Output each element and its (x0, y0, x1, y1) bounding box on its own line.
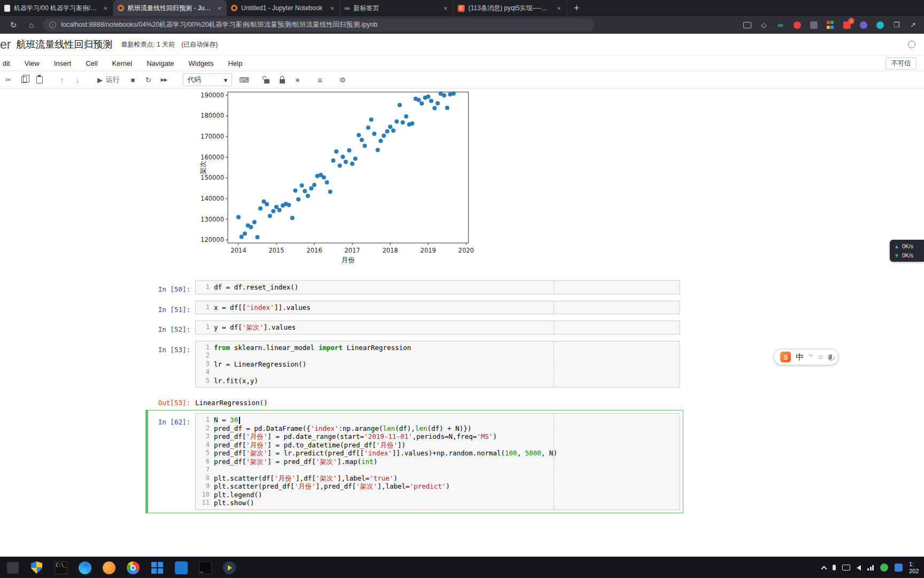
tab-close-icon[interactable]: × (329, 4, 335, 12)
tray-app-icon[interactable] (895, 564, 903, 572)
move-cell-up-icon[interactable]: ↑ (55, 73, 68, 87)
code-cell[interactable]: In [51]:1x = df[['index']].values (145, 298, 683, 318)
menu-item[interactable]: Kernel (112, 59, 133, 67)
restart-kernel-icon[interactable]: ↻ (142, 73, 155, 87)
terminal-icon[interactable]: _ (198, 560, 212, 575)
code-cell[interactable]: In [53]:12345from sklearn.linear_model i… (145, 338, 683, 391)
tray-network-icon[interactable] (867, 565, 874, 571)
trust-button[interactable]: 不可信 (886, 57, 917, 70)
asterisk-icon[interactable]: ∗ (291, 73, 304, 87)
cell-type-dropdown[interactable]: 代码▾ (183, 73, 232, 86)
orange-app-icon[interactable] (102, 560, 116, 575)
data-point (271, 209, 275, 214)
tab-close-icon[interactable]: × (102, 4, 109, 12)
code-editor[interactable]: 12345from sklearn.linear_model import Li… (195, 341, 680, 388)
tab-close-icon[interactable]: × (216, 4, 222, 12)
tab-close-icon[interactable]: × (442, 4, 449, 12)
output-cell[interactable]: Out[53]:LinearRegression() (145, 391, 683, 410)
run-button[interactable]: ▶运行 (93, 73, 124, 87)
data-point (366, 125, 371, 130)
code-cell[interactable]: In [52]:1y = df['架次'].values (145, 317, 683, 338)
lock-open-icon[interactable] (260, 73, 273, 87)
menu-item[interactable]: Widgets (189, 59, 214, 67)
collections-icon[interactable]: ❐ (892, 20, 901, 29)
defender-shield-icon[interactable] (29, 560, 44, 575)
browser-tab[interactable]: 机器学习/00 机器学习案例/航班× (0, 0, 113, 16)
code-lines[interactable]: y = df['架次'].values (214, 323, 680, 332)
infinity-extension-icon[interactable]: ∞ (776, 20, 785, 29)
restart-run-all-icon[interactable]: ▶▶ (157, 73, 171, 87)
edge-browser-icon[interactable] (78, 560, 92, 575)
share-icon[interactable]: ↗ (908, 20, 918, 29)
notebook-title[interactable]: 航班流量线性回归预测 (16, 38, 112, 51)
move-cell-down-icon[interactable]: ↓ (71, 73, 84, 87)
code-cell[interactable]: In [62]:1234567891011N = 30pred_df = pd.… (145, 410, 683, 513)
address-bar[interactable]: i localhost:8888/notebooks/04%20机器学习/00%… (43, 18, 595, 32)
vscode-icon[interactable] (174, 560, 188, 575)
potplayer-icon[interactable] (222, 560, 236, 575)
pinned-app-icon[interactable] (5, 560, 20, 575)
new-tab-button[interactable]: + (567, 0, 587, 16)
bookmark-tag-icon[interactable]: ◇ (759, 20, 768, 29)
code-cell[interactable]: In [50]:1df = df.reset_index() (145, 277, 683, 298)
ime-emoji-icon[interactable]: ☺ (818, 353, 824, 361)
browser-tab[interactable]: Untitled1 - Jupyter Notebook× (227, 0, 340, 16)
code-editor[interactable]: 1x = df[['index']].values (195, 301, 680, 315)
pointer-extension-icon[interactable] (859, 20, 868, 29)
browser-tab[interactable]: ∞新标签页× (340, 0, 453, 16)
data-point (312, 182, 317, 187)
tray-clock[interactable]: 1: 202 (909, 561, 923, 575)
windows-start-icon[interactable] (150, 560, 164, 575)
code-editor[interactable]: 1y = df['架次'].values (195, 321, 680, 334)
cut-cell-icon[interactable]: ✂ (2, 73, 15, 87)
code-lines[interactable]: x = df[['index']].values (214, 303, 680, 312)
menu-item[interactable]: Help (228, 59, 242, 67)
lock-icon[interactable] (275, 73, 289, 87)
browser-tab[interactable]: C(113条消息) pyqt5实现----GUI界× (453, 0, 567, 16)
network-speed-widget[interactable]: ▲ 0K/s ▼ 0K/s (890, 240, 924, 262)
send-to-device-icon[interactable] (743, 20, 752, 29)
data-point (255, 235, 259, 239)
browser-tab[interactable]: 航班流量线性回归预测 - Jupyter× (113, 0, 227, 16)
chrome-icon[interactable] (126, 560, 140, 575)
menu-item[interactable]: Cell (86, 59, 97, 67)
adblock-icon[interactable] (792, 20, 802, 29)
menu-item[interactable]: dit (3, 59, 10, 67)
ime-toolbar[interactable]: S 中 ’° ☺ (774, 349, 838, 365)
code-lines[interactable]: N = 30pred_df = pd.DataFrame({'index':np… (214, 416, 680, 507)
code-lines[interactable]: df = df.reset_index() (214, 283, 680, 292)
code-editor[interactable]: 1df = df.reset_index() (195, 280, 680, 294)
site-info-icon[interactable]: i (49, 21, 56, 28)
reload-icon[interactable]: ↻ (6, 20, 20, 30)
list-icon[interactable]: ≡ (313, 73, 327, 87)
tray-chevron-up-icon[interactable] (821, 566, 827, 572)
tray-messenger-icon[interactable] (880, 564, 888, 572)
notebook-scroll-area[interactable]: 1200001300001400001500001600001700001800… (0, 89, 924, 557)
tab-close-icon[interactable]: × (556, 4, 562, 12)
ime-mode-indicator[interactable]: 中 (796, 352, 804, 362)
code-lines[interactable]: from sklearn.linear_model import LinearR… (214, 344, 680, 385)
ime-mic-icon[interactable] (829, 354, 832, 360)
apps-grid-icon[interactable] (826, 20, 835, 29)
settings-gear-icon[interactable]: ⚙ (336, 73, 349, 87)
svg-text:2020: 2020 (458, 247, 474, 254)
menu-item[interactable]: Navigate (147, 59, 174, 67)
data-point (265, 202, 269, 206)
home-icon[interactable]: ⌂ (25, 20, 38, 29)
sogou-logo-icon[interactable]: S (780, 352, 791, 362)
code-editor[interactable]: 1234567891011N = 30pred_df = pd.DataFram… (195, 413, 680, 510)
paste-cell-icon[interactable] (33, 73, 46, 87)
browser-extension-icon[interactable] (809, 20, 818, 29)
tray-display-icon[interactable] (842, 565, 850, 571)
menu-item[interactable]: Insert (54, 59, 72, 67)
menu-item[interactable]: View (25, 59, 40, 67)
command-palette-icon[interactable]: ⌨ (237, 73, 251, 87)
copy-cell-icon[interactable] (17, 73, 30, 87)
translate-extension-icon[interactable] (875, 20, 884, 29)
notes-extension-icon[interactable]: 1 (842, 20, 851, 29)
tray-mic-icon[interactable] (833, 565, 836, 571)
cmd-icon[interactable]: C:\_ (53, 560, 68, 575)
ime-punctuation-icon[interactable]: ’° (808, 353, 812, 361)
tray-speaker-icon[interactable] (857, 565, 861, 571)
interrupt-kernel-icon[interactable]: ■ (126, 73, 140, 87)
